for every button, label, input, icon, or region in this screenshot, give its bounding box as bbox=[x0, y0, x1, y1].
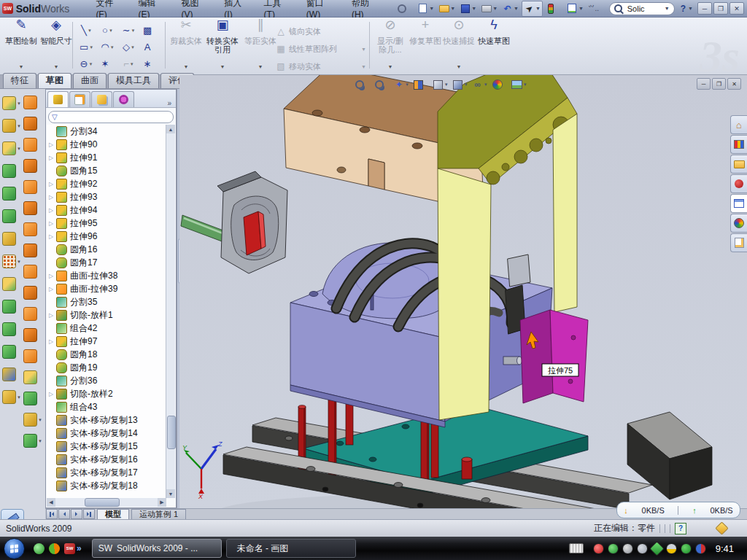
propertymanager-tab[interactable] bbox=[69, 91, 90, 107]
ribbon-stack-button[interactable]: △ 镜向实体 ▼ bbox=[276, 23, 366, 39]
tag-icon[interactable] bbox=[715, 521, 728, 534]
feature-tree-item[interactable]: ▷ 拉伸96 bbox=[47, 230, 166, 243]
toolbar-button[interactable]: ➤ ▼ bbox=[522, 1, 543, 17]
surface-tool-button[interactable]: ▼ bbox=[23, 219, 43, 240]
configurationmanager-tab[interactable] bbox=[91, 91, 112, 107]
feature-tree-item[interactable]: ▷ 组合42 bbox=[47, 322, 166, 335]
dropdown-caret-icon[interactable]: ▼ bbox=[130, 62, 134, 66]
minimize-button[interactable]: ─ bbox=[697, 2, 712, 15]
feature-tool-button[interactable]: ▼ bbox=[1, 114, 22, 137]
tree-horizontal-scrollbar[interactable]: ◀ ▶ bbox=[47, 498, 166, 507]
sketch-entity-button[interactable]: ○ ▼ bbox=[97, 22, 118, 39]
feature-tool-button[interactable]: ▼ bbox=[1, 228, 22, 250]
feature-tree-item[interactable]: ▷ 拉伸94 bbox=[47, 203, 166, 217]
command-tab[interactable]: 模具工具 bbox=[108, 73, 159, 88]
feature-tool-button[interactable]: ▼ bbox=[1, 341, 22, 363]
view-tool-button[interactable]: ▼ bbox=[452, 77, 469, 92]
quick-launch-chevron-icon[interactable]: » bbox=[77, 543, 82, 553]
scroll-left-arrow[interactable]: ◀ bbox=[47, 498, 55, 507]
help-caret-icon[interactable]: ▼ bbox=[688, 6, 693, 11]
scroll-up-arrow[interactable]: ▲ bbox=[166, 125, 175, 133]
dropdown-caret-icon[interactable]: ▼ bbox=[110, 45, 115, 50]
ribbon-mid-button[interactable]: ∥ 等距实体 ▼ bbox=[244, 20, 277, 71]
feature-tree-item[interactable]: ▷ 拉伸95 bbox=[47, 217, 166, 230]
sketch-entity-button[interactable]: ∼ ▼ bbox=[118, 22, 139, 39]
toolbar-button[interactable]: ▼ bbox=[479, 1, 499, 16]
expand-arrow-icon[interactable]: ▷ bbox=[49, 286, 55, 292]
doc-close-button[interactable]: ✕ bbox=[727, 78, 741, 90]
search-caret-icon[interactable]: ▼ bbox=[665, 6, 670, 11]
feature-tree-item[interactable]: ▷ 圆角19 bbox=[47, 361, 166, 374]
surface-tool-button[interactable]: ▼ bbox=[23, 113, 43, 134]
expand-arrow-icon[interactable]: ▷ bbox=[49, 207, 55, 214]
feature-tool-button[interactable]: ▼ bbox=[1, 386, 22, 408]
search-input[interactable] bbox=[626, 4, 664, 14]
surface-tool-button[interactable]: ▼ bbox=[23, 346, 43, 367]
sketch-entity-button[interactable]: A ▼ bbox=[139, 39, 160, 55]
feature-tool-button[interactable]: ▼ bbox=[1, 273, 22, 295]
ribbon-large-button[interactable]: ✎ 草图绘制 ▼ bbox=[4, 20, 38, 71]
sketch-entity-button[interactable]: ◠ ▼ bbox=[97, 39, 118, 55]
dropdown-caret-icon[interactable]: ▼ bbox=[19, 63, 24, 71]
view-tool-button[interactable]: ▼ bbox=[491, 77, 508, 92]
dropdown-caret-icon[interactable]: ▼ bbox=[450, 6, 455, 11]
tray-icon[interactable] bbox=[666, 543, 677, 554]
task-pane-tab[interactable]: ⌂ bbox=[730, 115, 747, 134]
sketch-entity-button[interactable]: ▭ ▼ bbox=[76, 39, 97, 55]
filter-field[interactable]: ▽ bbox=[48, 111, 174, 123]
surface-tool-button[interactable]: ▼ bbox=[23, 176, 43, 198]
feature-tree-item[interactable]: ▷ 实体-移动/复制17 bbox=[47, 466, 166, 479]
dropdown-caret-icon[interactable]: ▼ bbox=[38, 418, 42, 422]
surface-tool-button[interactable]: ▼ bbox=[23, 261, 43, 282]
feature-tree-item[interactable]: ▷ 实体-移动/复制15 bbox=[47, 440, 166, 453]
dropdown-caret-icon[interactable]: ▼ bbox=[464, 82, 468, 87]
surface-tool-button[interactable]: ▼ bbox=[23, 367, 43, 388]
expand-arrow-icon[interactable]: ▷ bbox=[49, 312, 55, 319]
view-tool-button[interactable]: ▼ bbox=[353, 77, 371, 92]
dropdown-caret-icon[interactable]: ▼ bbox=[17, 147, 21, 151]
surface-tool-button[interactable]: ▼ bbox=[23, 282, 43, 303]
dropdown-caret-icon[interactable]: ▼ bbox=[38, 439, 42, 443]
dropdown-caret-icon[interactable]: ▼ bbox=[514, 6, 519, 11]
feature-tool-button[interactable]: ▼ bbox=[1, 137, 22, 160]
toolbar-button[interactable]: ▼ bbox=[544, 1, 564, 16]
feature-tool-button[interactable]: ▼ bbox=[1, 250, 22, 273]
scrollbar-thumb[interactable] bbox=[85, 498, 120, 507]
feature-tree-item[interactable]: ▷ 组合43 bbox=[47, 400, 166, 413]
feature-tree-item[interactable]: ▷ 拉伸97 bbox=[47, 335, 166, 348]
model-insert-part[interactable] bbox=[217, 171, 287, 273]
dropdown-caret-icon[interactable]: ▼ bbox=[109, 28, 113, 33]
scroll-right-arrow[interactable]: ▶ bbox=[158, 498, 166, 507]
ribbon-right-button[interactable]: ⊙ 快速捕捉 ▼ bbox=[442, 20, 476, 71]
feature-tool-button[interactable]: ▼ bbox=[1, 92, 22, 114]
feature-tree-item[interactable]: ▷ 切除-放样1 bbox=[47, 308, 166, 322]
surface-tool-button[interactable]: ▼ bbox=[23, 198, 43, 219]
dropdown-caret-icon[interactable]: ▼ bbox=[388, 63, 393, 71]
tree-vertical-scrollbar[interactable]: ▲ ▼ bbox=[166, 125, 175, 498]
dropdown-caret-icon[interactable]: ▼ bbox=[17, 260, 21, 264]
toolbar-button[interactable]: ↶ ▼ bbox=[500, 1, 520, 16]
tray-icon[interactable] bbox=[608, 543, 619, 554]
surface-tool-button[interactable]: ▼ bbox=[23, 430, 43, 451]
toolbar-button[interactable]: ▼ bbox=[458, 1, 478, 16]
surface-tool-button[interactable]: ▼ bbox=[23, 92, 43, 113]
feature-tree-item[interactable]: ▷ 曲面-拉伸39 bbox=[47, 282, 166, 295]
feature-tree-item[interactable]: ▷ 实体-移动/复制14 bbox=[47, 427, 166, 440]
dropdown-caret-icon[interactable]: ▼ bbox=[184, 63, 189, 71]
close-button[interactable]: ✕ bbox=[729, 2, 744, 15]
model-tab[interactable]: 模型 bbox=[97, 509, 129, 520]
ribbon-right-button[interactable]: ⊘ 显示/删除几... ▼ bbox=[374, 20, 407, 71]
first-tab-button[interactable] bbox=[46, 509, 58, 519]
ribbon-mid-button[interactable]: ✂ 剪裁实体 ▼ bbox=[169, 20, 203, 71]
quick-tips-button[interactable]: ? bbox=[675, 523, 686, 534]
search-field[interactable]: ▼ bbox=[609, 2, 675, 15]
dropdown-caret-icon[interactable]: ▼ bbox=[89, 45, 93, 50]
ribbon-stack-button[interactable]: ▧ 移动实体 ▼ bbox=[276, 58, 366, 74]
command-tab[interactable]: 草图 bbox=[38, 73, 71, 88]
sketch-entity-button[interactable]: ⊖ ▼ bbox=[76, 55, 97, 72]
task-pane-tab[interactable] bbox=[730, 214, 747, 233]
expand-arrow-icon[interactable]: ▷ bbox=[49, 141, 55, 148]
feature-tool-button[interactable]: ▼ bbox=[1, 363, 22, 386]
toolbar-button[interactable]: ⺍.. ▼ bbox=[587, 1, 606, 16]
help-button[interactable]: ? bbox=[681, 4, 686, 14]
